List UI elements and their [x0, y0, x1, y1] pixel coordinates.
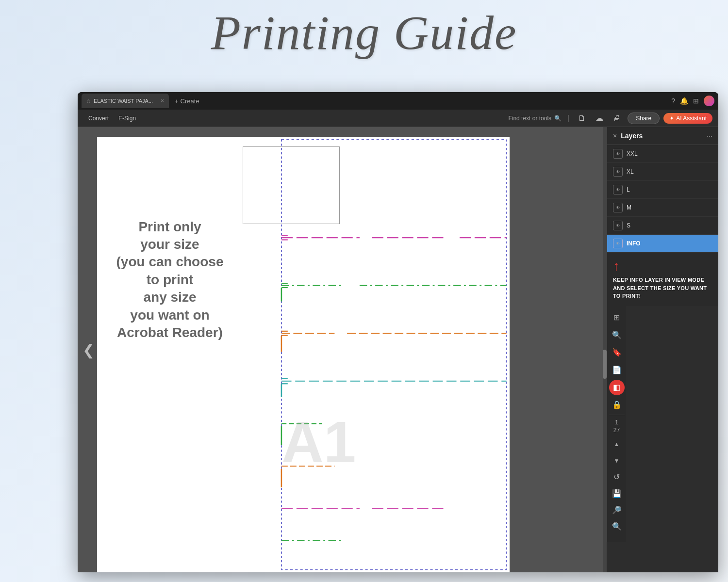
- text-line-3: (you can choose: [116, 254, 224, 269]
- current-page: 1: [615, 419, 618, 426]
- new-tab-label: Create: [181, 97, 199, 105]
- page-number-area: 1 27 ▲ ▼ ↺ 💾 🔎 🔍: [609, 415, 625, 538]
- avatar[interactable]: [704, 96, 714, 106]
- toolbar-document-icon[interactable]: 🗋: [575, 112, 589, 125]
- scroll-up-icon[interactable]: ▲: [609, 436, 625, 452]
- prev-page-arrow[interactable]: ❮: [83, 341, 95, 358]
- grid-icon[interactable]: ⊞: [693, 97, 699, 105]
- layer-name-info: INFO: [627, 240, 712, 247]
- menu-bar: Convert E-Sign Find text or tools 🔍 | 🗋 …: [78, 110, 718, 127]
- layer-name-l: L: [627, 186, 712, 193]
- tab-label: ELASTIC WAIST PAJA...: [94, 98, 153, 104]
- layer-visibility-icon-l[interactable]: 👁: [613, 185, 623, 194]
- bell-icon[interactable]: 🔔: [680, 97, 688, 105]
- layers-icon[interactable]: ◧: [609, 380, 625, 395]
- layer-visibility-icon-xl[interactable]: 👁: [613, 167, 623, 177]
- scrollbar[interactable]: [603, 127, 607, 572]
- toolbar-cloud-icon[interactable]: ☁: [593, 112, 606, 125]
- layers-panel: × Layers ··· 👁 XXL 👁 XL 👁 L: [607, 127, 718, 306]
- ai-label: AI Assistant: [676, 115, 707, 122]
- toolbar-print-icon[interactable]: 🖨: [610, 112, 624, 125]
- layers-header: × Layers ···: [607, 127, 718, 145]
- tab-star-icon: ☆: [86, 98, 91, 104]
- layer-name-s: S: [627, 222, 712, 229]
- bookmark-icon[interactable]: 🔖: [609, 345, 625, 360]
- layer-item-m[interactable]: 👁 M: [607, 199, 718, 217]
- layer-item-l[interactable]: 👁 L: [607, 181, 718, 199]
- text-line-7: Acrobat Reader): [117, 325, 223, 340]
- new-tab-plus-icon: +: [175, 97, 179, 105]
- share-button[interactable]: Share: [628, 113, 660, 124]
- layer-name-m: M: [627, 204, 712, 211]
- text-line-5: any size: [144, 290, 197, 305]
- text-line-1: Print only: [138, 219, 201, 234]
- watermark-a1: A1: [281, 408, 356, 475]
- search-icon[interactable]: 🔍: [609, 327, 625, 343]
- layers-close-button[interactable]: ×: [613, 132, 617, 140]
- menu-esign[interactable]: E-Sign: [114, 113, 141, 124]
- save-icon[interactable]: 💾: [609, 486, 625, 501]
- instruction-text-box: Print only your size (you can choose to …: [102, 151, 238, 408]
- layer-visibility-icon-s[interactable]: 👁: [613, 221, 623, 230]
- layers-more-button[interactable]: ···: [707, 132, 712, 140]
- tab-close-icon[interactable]: ×: [161, 97, 164, 104]
- zoom-out-icon[interactable]: 🔍: [609, 519, 625, 534]
- right-panels: × Layers ··· 👁 XXL 👁 XL 👁 L: [607, 127, 718, 572]
- svg-rect-0: [281, 139, 507, 569]
- instruction-area: ↑ KEEP INFO LAYER IN VIEW MODE AND SELEC…: [607, 253, 718, 306]
- ai-icon: ✦: [669, 115, 674, 122]
- find-text-label: Find text or tools: [508, 115, 551, 122]
- zoom-in-icon[interactable]: 🔎: [609, 502, 625, 518]
- layer-name-xl: XL: [627, 168, 712, 175]
- lock-icon[interactable]: 🔒: [609, 397, 625, 413]
- layer-item-xxl[interactable]: 👁 XXL: [607, 145, 718, 163]
- new-tab-button[interactable]: + Create: [171, 96, 203, 107]
- layer-item-s[interactable]: 👁 S: [607, 217, 718, 235]
- text-line-2: your size: [140, 237, 199, 252]
- refresh-icon[interactable]: ↺: [609, 469, 625, 485]
- pdf-canvas[interactable]: ❮ ❯ Print only your size (you can choose…: [78, 127, 607, 572]
- menu-convert[interactable]: Convert: [83, 113, 114, 124]
- instruction-text-content: Print only your size (you can choose to …: [116, 218, 224, 342]
- right-toolbar: ⊞ 🔍 🔖 📄 ◧ 🔒 1 27 ▲ ▼ ↺ 💾 🔎 🔍: [607, 306, 626, 542]
- main-content: ❮ ❯ Print only your size (you can choose…: [78, 127, 718, 572]
- layer-item-xl[interactable]: 👁 XL: [607, 163, 718, 181]
- layer-visibility-icon-info[interactable]: 👁: [613, 239, 623, 248]
- total-pages: 27: [613, 427, 620, 434]
- menu-bar-right: Find text or tools 🔍 | 🗋 ☁ 🖨 Share ✦ AI …: [508, 112, 712, 125]
- ai-assistant-button[interactable]: ✦ AI Assistant: [663, 113, 712, 124]
- find-search-icon: 🔍: [554, 115, 562, 122]
- layer-visibility-icon-m[interactable]: 👁: [613, 203, 623, 212]
- layer-name-xxl: XXL: [627, 150, 712, 157]
- help-icon[interactable]: ?: [671, 97, 675, 105]
- document-properties-icon[interactable]: 📄: [609, 362, 625, 378]
- tab-bar-right: ? 🔔 ⊞: [671, 96, 714, 106]
- page-title: Printing Guide: [0, 5, 728, 61]
- thumbnails-icon[interactable]: ⊞: [609, 310, 625, 325]
- instruction-text: KEEP INFO LAYER IN VIEW MODE AND SELECT …: [613, 276, 712, 300]
- layer-visibility-icon-xxl[interactable]: 👁: [613, 149, 623, 159]
- red-arrow-icon: ↑: [613, 259, 712, 274]
- tab-bar: ☆ ELASTIC WAIST PAJA... × + Create ? 🔔 ⊞: [78, 92, 718, 110]
- layer-item-info[interactable]: 👁 INFO: [607, 235, 718, 253]
- browser-window: ☆ ELASTIC WAIST PAJA... × + Create ? 🔔 ⊞…: [78, 92, 718, 572]
- find-text-box[interactable]: Find text or tools 🔍: [508, 115, 562, 122]
- layers-title: Layers: [621, 132, 707, 140]
- text-line-4: to print: [147, 272, 193, 287]
- scroll-down-icon[interactable]: ▼: [609, 453, 625, 469]
- pdf-page: Print only your size (you can choose to …: [97, 137, 510, 572]
- browser-tab[interactable]: ☆ ELASTIC WAIST PAJA... ×: [82, 94, 169, 108]
- scrollbar-thumb[interactable]: [603, 350, 607, 379]
- text-line-6: you want on: [130, 307, 209, 323]
